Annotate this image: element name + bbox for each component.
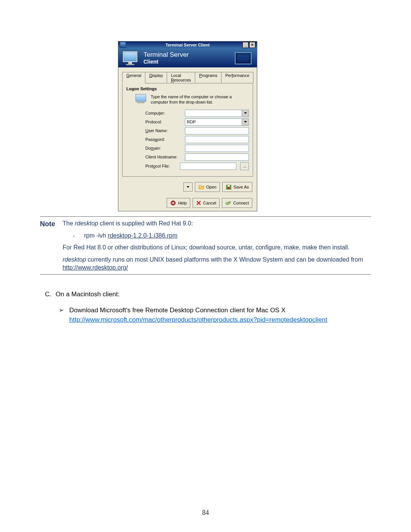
note-bullet-link: rdesktop-1.2.0-1.i386.rpm bbox=[108, 232, 177, 239]
arrow-bullet-icon: ➢ bbox=[59, 305, 65, 315]
note-p3: rdesktop currently runs on most UNIX bas… bbox=[62, 256, 371, 272]
tab-programs[interactable]: Programs bbox=[195, 72, 221, 83]
monitor-right-icon bbox=[235, 52, 252, 65]
username-input[interactable] bbox=[185, 127, 249, 134]
banner-text: Terminal Server Client bbox=[143, 51, 189, 65]
connect-button[interactable]: Connect bbox=[222, 198, 252, 208]
username-label: User Name: bbox=[145, 128, 183, 133]
cancel-icon bbox=[196, 200, 201, 206]
note-intro-post: client is supplied with Red Hat 9.0: bbox=[98, 220, 193, 227]
note-p3-italic: rdesktop bbox=[62, 256, 86, 263]
password-label: Password: bbox=[145, 137, 183, 142]
chevron-down-icon[interactable] bbox=[242, 110, 249, 117]
protocol-combo[interactable]: RDP bbox=[185, 118, 249, 126]
close-button[interactable]: × bbox=[249, 42, 255, 48]
dialog-banner: Terminal Server Client bbox=[118, 48, 257, 67]
section-c-bullet-text: Download Microsoft's free Remote Desktop… bbox=[69, 307, 285, 314]
tabs: General Display Local Resources Programs… bbox=[122, 72, 253, 83]
instruction-row: Type the name of the computer or choose … bbox=[135, 94, 249, 105]
client-hostname-label: Client Hostname: bbox=[145, 155, 183, 159]
folder-open-icon bbox=[198, 184, 204, 190]
page-number: 84 bbox=[0, 509, 411, 517]
tab-display-label: isplay bbox=[152, 73, 163, 78]
banner-line1: Terminal Server bbox=[143, 51, 189, 59]
computer-label: Computer: bbox=[145, 111, 183, 115]
section-c-heading: On a Macintosh client: bbox=[56, 289, 119, 299]
note-intro-italic: rdesktop bbox=[75, 220, 98, 227]
svg-rect-2 bbox=[228, 187, 230, 189]
open-button[interactable]: Open bbox=[195, 182, 220, 192]
save-icon bbox=[226, 184, 232, 190]
banner-line2: Client bbox=[143, 59, 189, 65]
tab-local-resources[interactable]: Local Resources bbox=[167, 72, 195, 83]
instruction-text: Type the name of the computer or choose … bbox=[151, 94, 249, 105]
chevron-down-icon[interactable] bbox=[242, 119, 249, 125]
domain-label: Domain: bbox=[145, 146, 183, 150]
divider-top bbox=[40, 216, 371, 217]
note-bullet: rpm -ivh rdesktop-1.2.0-1.i386.rpm bbox=[73, 232, 371, 240]
cancel-button[interactable]: Cancel bbox=[193, 198, 220, 208]
tab-performance-label: ormance bbox=[233, 73, 249, 78]
help-icon bbox=[170, 200, 176, 206]
section-c-bullet: Download Microsoft's free Remote Desktop… bbox=[69, 305, 327, 325]
dialog-titlebar[interactable]: Terminal Server Client _ × bbox=[118, 42, 257, 48]
dialog-footer-2: Help Cancel Connect bbox=[118, 195, 257, 211]
computer-icon bbox=[135, 94, 147, 103]
client-hostname-input[interactable] bbox=[185, 153, 249, 161]
note-p3-mid: currently runs on most UNIX based platfo… bbox=[86, 256, 363, 263]
note-intro-pre: The bbox=[62, 220, 75, 227]
protocol-file-input[interactable] bbox=[180, 163, 236, 170]
svg-point-4 bbox=[172, 202, 174, 203]
note-body: The rdesktop client is supplied with Red… bbox=[62, 219, 371, 272]
section-c-letter: C. bbox=[45, 289, 52, 299]
tab-general[interactable]: General bbox=[122, 72, 145, 83]
note-p3-link: http://www.rdesktop.org/ bbox=[62, 264, 128, 271]
note-block: Note The rdesktop client is supplied wit… bbox=[40, 219, 371, 272]
tab-display[interactable]: Display bbox=[145, 72, 167, 83]
minimize-button[interactable]: _ bbox=[242, 42, 249, 48]
tab-panel-general: Logon Settings Type the name of the comp… bbox=[122, 83, 253, 177]
app-icon bbox=[120, 42, 126, 48]
protocol-value: RDP bbox=[187, 120, 196, 124]
monitor-icon bbox=[123, 51, 138, 64]
connect-icon bbox=[225, 200, 231, 206]
divider-bottom bbox=[40, 274, 371, 275]
domain-input[interactable] bbox=[185, 145, 249, 152]
help-button[interactable]: Help bbox=[167, 198, 190, 208]
section-c-link[interactable]: http://www.microsoft.com/mac/otherproduc… bbox=[69, 316, 327, 323]
dialog-title: Terminal Server Client bbox=[118, 43, 257, 47]
dialog-footer-1: Open Save As bbox=[118, 181, 257, 195]
tab-programs-label: rograms bbox=[202, 73, 217, 78]
protocol-label: Protocol: bbox=[145, 120, 183, 124]
profile-dropdown[interactable] bbox=[183, 182, 193, 192]
tab-performance[interactable]: Performance bbox=[221, 72, 253, 83]
section-c: C. On a Macintosh client: ➢ Download Mic… bbox=[45, 289, 372, 325]
password-input[interactable] bbox=[185, 136, 249, 143]
terminal-server-dialog: Terminal Server Client _ × Terminal Serv… bbox=[118, 41, 257, 211]
save-as-button[interactable]: Save As bbox=[222, 182, 252, 192]
tab-local-resources-label: esources bbox=[174, 78, 191, 82]
note-label: Note bbox=[40, 219, 61, 228]
svg-rect-1 bbox=[228, 185, 230, 187]
protocol-file-label: Protocol File: bbox=[145, 164, 178, 168]
computer-combo[interactable] bbox=[185, 110, 249, 117]
browse-button[interactable]: ... bbox=[240, 162, 249, 170]
note-bullet-pre: rpm -ivh bbox=[84, 232, 108, 239]
tab-general-label: eneral bbox=[130, 73, 142, 78]
note-p2: For Red Hat 8.0 or other distributions o… bbox=[62, 243, 371, 252]
section-heading: Logon Settings bbox=[126, 86, 249, 91]
